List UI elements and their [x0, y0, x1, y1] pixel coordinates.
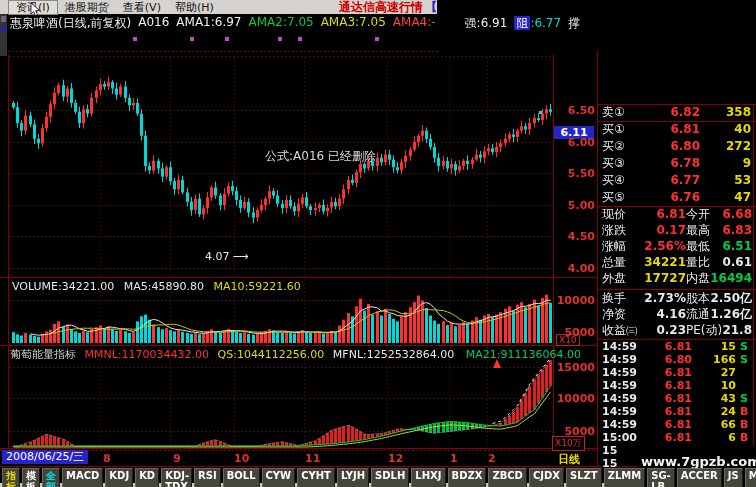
transaction-volume: 10	[721, 379, 736, 392]
month-label: 10	[234, 452, 249, 465]
bid-price: 6.80	[670, 139, 700, 154]
transaction-price: 6.81	[665, 379, 692, 392]
tab-boll[interactable]: BOLL	[223, 468, 260, 487]
indicator-header: 葡萄能量指标 MMNL:1170034432.00 QS:1044112256.…	[10, 347, 581, 362]
stat-row: 换手2.73%股本2.50亿	[598, 291, 756, 306]
tab-zlmm[interactable]: ZLMM	[604, 468, 646, 487]
indicator-axis-label: 15000	[552, 361, 595, 374]
stat-label: 涨幅	[602, 239, 626, 254]
indicator-qs: QS:1044112256.00	[218, 348, 325, 361]
transaction-price: 6.81	[665, 431, 692, 444]
ama-marker-dot	[375, 37, 379, 41]
tab--[interactable]: 全部	[42, 468, 60, 487]
transaction-time: 14:59	[602, 418, 637, 431]
ask-label: 卖①	[602, 105, 625, 120]
indicator-axis-label: 5000	[552, 425, 595, 438]
ama3-value: AMA3:7.05	[321, 15, 386, 32]
menu-item-help[interactable]: 帮助(H)	[168, 1, 221, 14]
transaction-row[interactable]: 14:596.8127	[598, 366, 756, 379]
tab-js[interactable]: JS	[724, 468, 743, 487]
volume-axis-label: 5000	[552, 326, 595, 339]
transaction-volume: 27	[721, 366, 736, 379]
tab-lhxj[interactable]: LHXJ	[411, 468, 445, 487]
price-axis-label: 5.50	[552, 167, 595, 180]
stat-label: 流通	[686, 307, 710, 322]
stat-row: 涨幅2.56%最低6.51	[598, 239, 756, 254]
stat-value: 17727	[644, 271, 686, 286]
month-label: 11	[305, 452, 320, 465]
tab-cyht[interactable]: CYHT	[297, 468, 335, 487]
tab-cyw[interactable]: CYW	[262, 468, 296, 487]
transaction-row[interactable]: 14:596.8124B	[598, 405, 756, 418]
chart-area[interactable]	[8, 55, 553, 448]
tab-kdj-tdx[interactable]: KDJ-TDX	[161, 468, 192, 487]
transaction-volume: 166	[713, 353, 736, 366]
stat-value: 21.8	[722, 323, 752, 338]
bid-row[interactable]: 买②6.80272	[598, 139, 756, 154]
tab-macd[interactable]: MACD	[62, 468, 103, 487]
resistance-value: 阻:6.77	[514, 15, 561, 32]
tab-sg-lb[interactable]: SG-LB	[647, 468, 675, 487]
tab-sdlh[interactable]: SDLH	[371, 468, 409, 487]
hq-service-link[interactable]: 通达信高速行情	[339, 0, 423, 16]
stat-label: 外盘	[602, 271, 626, 286]
month-label: 12	[388, 452, 403, 465]
transaction-row-partial: 15	[598, 444, 756, 457]
bid-row[interactable]: 买④6.7753	[598, 173, 756, 188]
stat-value: 0.17	[656, 223, 686, 238]
tab-cjdx[interactable]: CJDX	[529, 468, 564, 487]
bid-row[interactable]: 买③6.789	[598, 156, 756, 171]
ask-price: 6.82	[670, 105, 700, 120]
stat-value: 34221	[644, 255, 686, 270]
tab-rsi[interactable]: RSI	[194, 468, 221, 487]
transaction-row[interactable]: 14:596.8143S	[598, 392, 756, 405]
indicator-name[interactable]: 葡萄能量指标	[10, 348, 76, 361]
tab-kdj[interactable]: KDJ	[105, 468, 133, 487]
volume-ma5: MA5:45890.80	[124, 280, 204, 293]
stat-value: 6.83	[722, 223, 752, 238]
stat-row: 现价6.81今开6.68	[598, 207, 756, 222]
transaction-volume: 6	[728, 431, 736, 444]
bid-label: 买③	[602, 156, 625, 171]
tab-bdzx[interactable]: BDZX	[448, 468, 487, 487]
transaction-price: 6.81	[665, 418, 692, 431]
price-axis-label: 4.50	[552, 230, 595, 243]
month-label: 1	[450, 452, 458, 465]
transaction-row[interactable]: 14:596.8110	[598, 379, 756, 392]
transaction-time: 15:00	[602, 431, 637, 444]
tab-lyjh[interactable]: LYJH	[337, 468, 369, 487]
bid-row[interactable]: 买①6.8140	[598, 122, 756, 137]
transaction-row[interactable]: 14:596.8166B	[598, 418, 756, 431]
stat-label: 最低	[686, 239, 710, 254]
tab--[interactable]: 指标	[2, 468, 20, 487]
transaction-row[interactable]: 15:006.816B	[598, 431, 756, 444]
tab-slzt[interactable]: SLZT	[566, 468, 602, 487]
bid-price: 6.76	[670, 190, 700, 205]
tab--[interactable]: 模板	[22, 468, 40, 487]
volume-ma10: MA10:59221.60	[213, 280, 300, 293]
bid-volume: 9	[743, 156, 751, 171]
transaction-side: S	[740, 353, 748, 366]
menu-item-view[interactable]: 查看(V)	[116, 1, 168, 14]
ask-row-1[interactable]: 卖① 6.82 358	[598, 105, 756, 120]
bid-row[interactable]: 买⑤6.7647	[598, 190, 756, 205]
transaction-time: 15	[602, 444, 617, 457]
bid-label: 买④	[602, 173, 625, 188]
period-label[interactable]: 日线	[558, 452, 580, 467]
stat-label: 最高	[686, 223, 710, 238]
transaction-price: 6.81	[665, 392, 692, 405]
stat-label: 内盘	[686, 271, 710, 286]
tab-kd[interactable]: KD	[135, 468, 159, 487]
transaction-row[interactable]: 14:596.8115S	[598, 340, 756, 353]
tab-mfi[interactable]: MFI	[745, 468, 756, 487]
transaction-price: 6.80	[665, 353, 692, 366]
tab-zbcd[interactable]: ZBCD	[488, 468, 527, 487]
stat-label: 今开	[686, 207, 710, 222]
ama1-value: AMA1:6.97	[176, 15, 241, 32]
tab-accer[interactable]: ACCER	[677, 468, 722, 487]
transaction-volume: 15	[721, 340, 736, 353]
menu-item-hk-futures[interactable]: 港股期货	[58, 1, 116, 14]
transaction-row[interactable]: 14:596.80166S	[598, 353, 756, 366]
support-partial: 撑	[568, 15, 580, 32]
transaction-price: 6.81	[665, 340, 692, 353]
